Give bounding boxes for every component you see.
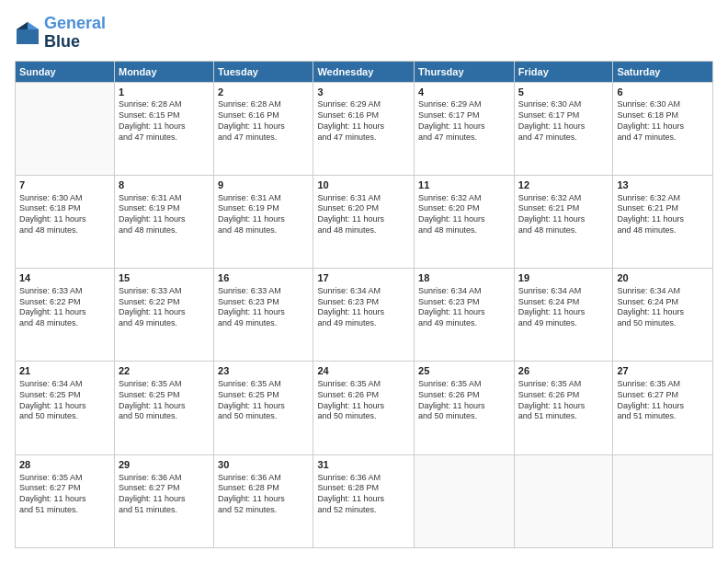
day-number: 9 xyxy=(218,178,309,192)
calendar-cell: 30Sunrise: 6:36 AM Sunset: 6:28 PM Dayli… xyxy=(214,454,313,547)
weekday-header-thursday: Thursday xyxy=(415,61,515,82)
day-number: 22 xyxy=(119,364,210,378)
day-info: Sunrise: 6:34 AM Sunset: 6:25 PM Dayligh… xyxy=(19,379,110,422)
day-info: Sunrise: 6:34 AM Sunset: 6:24 PM Dayligh… xyxy=(617,286,709,329)
day-number: 1 xyxy=(119,86,210,99)
day-number: 21 xyxy=(19,364,110,378)
calendar-cell: 24Sunrise: 6:35 AM Sunset: 6:26 PM Dayli… xyxy=(313,362,415,454)
weekday-header-saturday: Saturday xyxy=(613,61,713,82)
logo-line2: Blue xyxy=(44,33,106,52)
day-number: 30 xyxy=(218,458,309,472)
weekday-header-friday: Friday xyxy=(514,61,613,82)
weekday-header-sunday: Sunday xyxy=(16,61,115,82)
calendar-cell: 3Sunrise: 6:29 AM Sunset: 6:16 PM Daylig… xyxy=(313,82,415,175)
weekday-header-wednesday: Wednesday xyxy=(313,61,415,82)
logo-text: General Blue xyxy=(44,15,106,52)
day-number: 24 xyxy=(317,364,410,378)
calendar-cell: 25Sunrise: 6:35 AM Sunset: 6:26 PM Dayli… xyxy=(415,362,515,454)
day-info: Sunrise: 6:36 AM Sunset: 6:27 PM Dayligh… xyxy=(119,473,210,516)
day-number: 20 xyxy=(617,271,709,285)
calendar-cell: 29Sunrise: 6:36 AM Sunset: 6:27 PM Dayli… xyxy=(114,454,213,547)
day-info: Sunrise: 6:33 AM Sunset: 6:22 PM Dayligh… xyxy=(19,286,110,329)
calendar-cell: 21Sunrise: 6:34 AM Sunset: 6:25 PM Dayli… xyxy=(16,362,115,454)
calendar-cell: 9Sunrise: 6:31 AM Sunset: 6:19 PM Daylig… xyxy=(214,175,313,268)
calendar-header-row: SundayMondayTuesdayWednesdayThursdayFrid… xyxy=(16,61,713,82)
calendar-cell: 7Sunrise: 6:30 AM Sunset: 6:18 PM Daylig… xyxy=(16,175,115,268)
day-info: Sunrise: 6:36 AM Sunset: 6:28 PM Dayligh… xyxy=(218,473,309,516)
day-number: 29 xyxy=(119,458,210,472)
calendar-cell: 23Sunrise: 6:35 AM Sunset: 6:25 PM Dayli… xyxy=(214,362,313,454)
day-info: Sunrise: 6:34 AM Sunset: 6:24 PM Dayligh… xyxy=(518,286,609,329)
svg-marker-1 xyxy=(28,22,39,29)
calendar-cell: 12Sunrise: 6:32 AM Sunset: 6:21 PM Dayli… xyxy=(514,175,613,268)
calendar-cell: 1Sunrise: 6:28 AM Sunset: 6:15 PM Daylig… xyxy=(114,82,213,175)
calendar-cell: 2Sunrise: 6:28 AM Sunset: 6:16 PM Daylig… xyxy=(214,82,313,175)
calendar-week-2: 7Sunrise: 6:30 AM Sunset: 6:18 PM Daylig… xyxy=(16,175,713,268)
calendar-cell: 28Sunrise: 6:35 AM Sunset: 6:27 PM Dayli… xyxy=(16,454,115,547)
day-info: Sunrise: 6:29 AM Sunset: 6:16 PM Dayligh… xyxy=(317,99,410,143)
day-number: 11 xyxy=(418,178,510,192)
logo: General Blue xyxy=(15,15,106,52)
day-info: Sunrise: 6:35 AM Sunset: 6:26 PM Dayligh… xyxy=(418,379,510,422)
day-number: 6 xyxy=(617,86,709,99)
day-info: Sunrise: 6:35 AM Sunset: 6:27 PM Dayligh… xyxy=(617,379,709,422)
day-info: Sunrise: 6:30 AM Sunset: 6:17 PM Dayligh… xyxy=(518,99,609,143)
day-number: 31 xyxy=(317,458,410,472)
day-number: 23 xyxy=(218,364,309,378)
day-info: Sunrise: 6:35 AM Sunset: 6:26 PM Dayligh… xyxy=(317,379,410,422)
calendar-cell: 6Sunrise: 6:30 AM Sunset: 6:18 PM Daylig… xyxy=(613,82,713,175)
day-info: Sunrise: 6:35 AM Sunset: 6:27 PM Dayligh… xyxy=(19,473,110,516)
day-number: 5 xyxy=(518,86,609,99)
day-info: Sunrise: 6:35 AM Sunset: 6:25 PM Dayligh… xyxy=(218,379,309,422)
day-number: 14 xyxy=(19,271,110,285)
calendar-cell: 19Sunrise: 6:34 AM Sunset: 6:24 PM Dayli… xyxy=(514,269,613,362)
day-number: 16 xyxy=(218,271,309,285)
day-info: Sunrise: 6:34 AM Sunset: 6:23 PM Dayligh… xyxy=(418,286,510,329)
calendar-cell: 26Sunrise: 6:35 AM Sunset: 6:26 PM Dayli… xyxy=(514,362,613,454)
day-info: Sunrise: 6:31 AM Sunset: 6:19 PM Dayligh… xyxy=(218,193,309,236)
weekday-header-monday: Monday xyxy=(114,61,213,82)
day-number: 26 xyxy=(518,364,609,378)
page: General Blue SundayMondayTuesdayWednesda… xyxy=(0,0,728,563)
calendar-cell: 16Sunrise: 6:33 AM Sunset: 6:23 PM Dayli… xyxy=(214,269,313,362)
calendar-cell: 22Sunrise: 6:35 AM Sunset: 6:25 PM Dayli… xyxy=(114,362,213,454)
day-number: 13 xyxy=(617,178,709,192)
calendar-week-4: 21Sunrise: 6:34 AM Sunset: 6:25 PM Dayli… xyxy=(16,362,713,454)
day-number: 17 xyxy=(317,271,410,285)
calendar-table: SundayMondayTuesdayWednesdayThursdayFrid… xyxy=(15,61,713,548)
calendar-cell: 8Sunrise: 6:31 AM Sunset: 6:19 PM Daylig… xyxy=(114,175,213,268)
calendar-cell: 10Sunrise: 6:31 AM Sunset: 6:20 PM Dayli… xyxy=(313,175,415,268)
day-info: Sunrise: 6:30 AM Sunset: 6:18 PM Dayligh… xyxy=(617,99,709,143)
calendar-cell: 31Sunrise: 6:36 AM Sunset: 6:28 PM Dayli… xyxy=(313,454,415,547)
day-info: Sunrise: 6:31 AM Sunset: 6:19 PM Dayligh… xyxy=(119,193,210,236)
day-number: 4 xyxy=(418,86,510,99)
day-number: 10 xyxy=(317,178,410,192)
calendar-week-1: 1Sunrise: 6:28 AM Sunset: 6:15 PM Daylig… xyxy=(16,82,713,175)
day-number: 7 xyxy=(19,178,110,192)
calendar-cell: 27Sunrise: 6:35 AM Sunset: 6:27 PM Dayli… xyxy=(613,362,713,454)
day-number: 8 xyxy=(119,178,210,192)
day-number: 19 xyxy=(518,271,609,285)
calendar-cell xyxy=(514,454,613,547)
day-info: Sunrise: 6:34 AM Sunset: 6:23 PM Dayligh… xyxy=(317,286,410,329)
calendar-cell: 11Sunrise: 6:32 AM Sunset: 6:20 PM Dayli… xyxy=(415,175,515,268)
day-info: Sunrise: 6:36 AM Sunset: 6:28 PM Dayligh… xyxy=(317,473,410,516)
svg-marker-2 xyxy=(17,22,28,29)
day-info: Sunrise: 6:32 AM Sunset: 6:21 PM Dayligh… xyxy=(518,193,609,236)
day-info: Sunrise: 6:33 AM Sunset: 6:22 PM Dayligh… xyxy=(119,286,210,329)
day-info: Sunrise: 6:30 AM Sunset: 6:18 PM Dayligh… xyxy=(19,193,110,236)
day-info: Sunrise: 6:28 AM Sunset: 6:15 PM Dayligh… xyxy=(119,99,210,143)
day-number: 28 xyxy=(19,458,110,472)
day-info: Sunrise: 6:32 AM Sunset: 6:21 PM Dayligh… xyxy=(617,193,709,236)
day-info: Sunrise: 6:28 AM Sunset: 6:16 PM Dayligh… xyxy=(218,99,309,143)
day-number: 15 xyxy=(119,271,210,285)
weekday-header-tuesday: Tuesday xyxy=(214,61,313,82)
calendar-cell: 18Sunrise: 6:34 AM Sunset: 6:23 PM Dayli… xyxy=(415,269,515,362)
calendar-cell: 14Sunrise: 6:33 AM Sunset: 6:22 PM Dayli… xyxy=(16,269,115,362)
day-number: 12 xyxy=(518,178,609,192)
day-info: Sunrise: 6:32 AM Sunset: 6:20 PM Dayligh… xyxy=(418,193,510,236)
logo-line1: General xyxy=(44,15,106,33)
calendar-week-3: 14Sunrise: 6:33 AM Sunset: 6:22 PM Dayli… xyxy=(16,269,713,362)
day-info: Sunrise: 6:35 AM Sunset: 6:26 PM Dayligh… xyxy=(518,379,609,422)
day-number: 27 xyxy=(617,364,709,378)
